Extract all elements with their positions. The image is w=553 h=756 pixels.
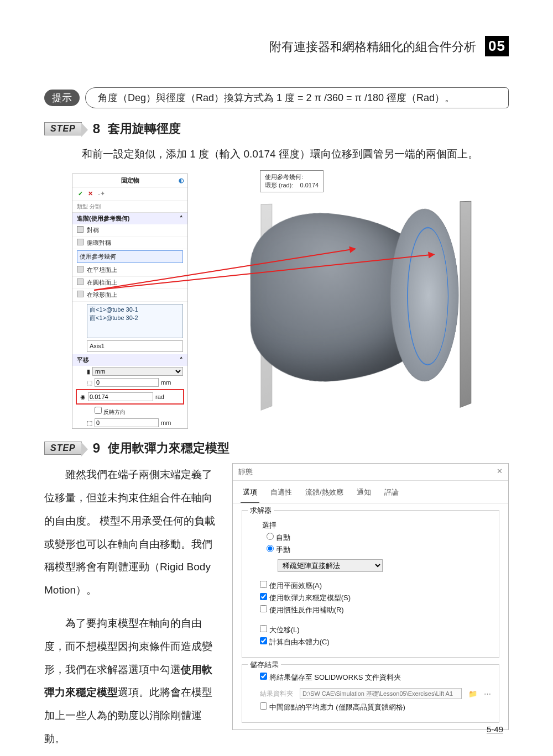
tab-notify[interactable]: 通知 — [354, 485, 373, 503]
folder-icon[interactable]: 📁 — [468, 690, 477, 698]
axis-box[interactable]: Axis1 — [87, 340, 183, 352]
panel-title: 固定物 — [121, 177, 139, 183]
unit-label-3: mm — [161, 419, 183, 427]
cancel-icon[interactable]: ✕ — [88, 190, 93, 197]
step8-figure: 固定物◐ ✓ ✕ -✦ 類型 分割 進階(使用參考幾何)˄ 對稱 循環對稱 使用… — [72, 174, 509, 429]
chk-inertia[interactable]: 使用慣性反作用補助(R) — [260, 605, 491, 615]
highlighted-row: ◉ rad — [76, 389, 184, 405]
tooltip-label: 環形 (rad): — [265, 182, 293, 188]
step9-number: 9 — [93, 440, 100, 456]
step9-para1: 雖然我們在端子兩側末端定義了位移量，但並未拘束住組合件在軸向的自由度。 模型不用… — [44, 463, 216, 602]
path-row: 結果資料夾 📁 ⋯ — [260, 688, 491, 699]
step-chip: STEP — [44, 122, 82, 135]
chk-plane[interactable]: 使用平面效應(A) — [260, 581, 491, 591]
tree-cyclic[interactable]: 循環對稱 — [72, 237, 187, 249]
reverse-checkbox[interactable]: 反轉方向 — [95, 409, 126, 415]
rot-icon[interactable]: ◉ — [80, 393, 86, 401]
save-group: 儲存結果 將結果儲存至 SOLIDWORKS 文件資料夾 結果資料夾 📁 ⋯ 中… — [242, 664, 499, 723]
hint-text: 角度（Deg）與徑度（Rad）換算方式為 1 度 = 2 π /360 = π … — [85, 87, 509, 108]
flange-right — [460, 201, 472, 408]
hint-row: 提示 角度（Deg）與徑度（Rad）換算方式為 1 度 = 2 π /360 =… — [44, 87, 509, 108]
chevron-up-icon[interactable]: ˄ — [180, 356, 183, 364]
cylinder-face — [390, 198, 459, 393]
radio-manual[interactable]: 手動 — [267, 545, 491, 555]
chevron-up-icon[interactable]: ˄ — [180, 214, 183, 223]
save-label: 儲存結果 — [248, 660, 281, 670]
section-translate[interactable]: 平移 — [77, 356, 89, 363]
value-input-3[interactable] — [95, 418, 159, 427]
unit-label-rad: rad — [155, 393, 178, 401]
chapter-title: 附有連接器和網格精細化的組合件分析 — [269, 40, 476, 54]
unit-row: ▮ mm — [72, 366, 187, 377]
page-number: 5-49 — [487, 725, 503, 734]
solver-select[interactable]: 稀疏矩陣直接解法 — [278, 559, 383, 572]
step8-number: 8 — [93, 121, 100, 136]
selection-box[interactable]: 面<1>@tube 30-1 面<1>@tube 30-2 — [87, 304, 183, 338]
unit-label-1: mm — [161, 379, 183, 387]
tree-sphere[interactable]: 在球形面上 — [72, 289, 187, 301]
value-row-3: ⬚ mm — [72, 417, 187, 428]
unit-select[interactable]: mm — [92, 367, 183, 376]
pin-icon[interactable]: -✦ — [98, 190, 105, 197]
chk-save-folder[interactable]: 將結果儲存至 SOLIDWORKS 文件資料夾 — [260, 673, 491, 683]
static-dialog: 靜態 ✕ 選項 自適性 流體/熱效應 通知 評論 求解器 選擇 自動 手動 稀疏… — [232, 463, 509, 730]
value-tooltip: 使用參考幾何: 環形 (rad): 0.0174 — [260, 170, 324, 192]
step9-para2: 為了要拘束模型在軸向的自由度，而不想模型因拘束條件而造成變形，我們在求解器選項中… — [44, 612, 216, 750]
ok-icon[interactable]: ✓ — [78, 190, 83, 197]
step8-header: STEP 8 套用旋轉徑度 — [44, 120, 509, 137]
step8-title: 套用旋轉徑度 — [108, 120, 181, 137]
close-icon[interactable]: ✕ — [497, 467, 503, 477]
chk-soft-spring[interactable]: 使用軟彈力來穩定模型(S) — [260, 593, 491, 603]
step9-content: 雖然我們在端子兩側末端定義了位移量，但並未拘束住組合件在軸向的自由度。 模型不用… — [44, 463, 509, 756]
browse-icon[interactable]: ⋯ — [484, 690, 491, 698]
cylinder-model — [232, 190, 465, 400]
chapter-header: 附有連接器和網格精細化的組合件分析 05 — [269, 36, 509, 56]
confirm-row: ✓ ✕ -✦ — [72, 187, 187, 201]
section-advanced[interactable]: 進階(使用參考幾何) — [77, 215, 129, 222]
step9-header: STEP 9 使用軟彈力來穩定模型 — [44, 440, 509, 456]
chk-large-disp[interactable]: 大位移(L) — [260, 625, 491, 635]
tab-comment[interactable]: 評論 — [382, 485, 401, 503]
path-input[interactable] — [300, 688, 462, 699]
step8-body: 和前一設定類似，添加 1 度（輸入 0.0174 徑度）環向位移到圓管另一端的兩… — [61, 144, 509, 165]
solver-label: 求解器 — [248, 506, 274, 516]
tree-refgeom[interactable]: 使用參考幾何 — [77, 250, 183, 263]
help-icon[interactable]: ◐ — [179, 176, 184, 185]
chapter-number: 05 — [485, 36, 509, 56]
chk-freebody[interactable]: 計算自由本體力(C) — [260, 637, 491, 647]
radio-auto[interactable]: 自動 — [267, 533, 491, 543]
tree-flat[interactable]: 在平坦面上 — [72, 264, 187, 276]
tab-options[interactable]: 選項 — [241, 485, 259, 503]
hint-label: 提示 — [44, 90, 80, 106]
value-input-1[interactable] — [95, 378, 159, 387]
panel-tabs[interactable]: 類型 分割 — [72, 201, 187, 213]
dir-icon-2[interactable]: ⬚ — [87, 419, 92, 427]
sel-face-2[interactable]: 面<1>@tube 30-2 — [90, 314, 180, 322]
tab-adaptive[interactable]: 自適性 — [268, 485, 294, 503]
path-label: 結果資料夾 — [260, 689, 293, 699]
cylinder-viewport: 使用參考幾何: 環形 (rad): 0.0174 — [199, 174, 509, 417]
sel-face-1[interactable]: 面<1>@tube 30-1 — [90, 306, 180, 314]
tooltip-line1: 使用參考幾何: — [265, 173, 319, 181]
unit-icon: ▮ — [87, 368, 90, 376]
dialog-title: 靜態 — [238, 467, 253, 477]
value-row-1: ⬚ mm — [72, 377, 187, 388]
chk-midnode[interactable]: 中間節點的平均應力 (僅限高品質實體網格) — [260, 702, 491, 712]
tooltip-value: 0.0174 — [300, 182, 319, 188]
step-chip: STEP — [44, 442, 82, 455]
step9-title: 使用軟彈力來穩定模型 — [108, 440, 229, 456]
value-input-rad[interactable] — [88, 392, 153, 401]
fixture-panel: 固定物◐ ✓ ✕ -✦ 類型 分割 進階(使用參考幾何)˄ 對稱 循環對稱 使用… — [72, 174, 188, 429]
solver-group: 求解器 選擇 自動 手動 稀疏矩陣直接解法 使用平面效應(A) 使用軟彈力來穩定… — [242, 510, 499, 658]
tab-flow[interactable]: 流體/熱效應 — [303, 485, 346, 503]
step9-text: 雖然我們在端子兩側末端定義了位移量，但並未拘束住組合件在軸向的自由度。 模型不用… — [44, 463, 216, 756]
tree-symmetry[interactable]: 對稱 — [72, 224, 187, 237]
select-label: 選擇 — [262, 521, 491, 531]
dialog-tabs: 選項 自適性 流體/熱效應 通知 評論 — [233, 481, 508, 503]
dir-icon[interactable]: ⬚ — [87, 379, 92, 387]
